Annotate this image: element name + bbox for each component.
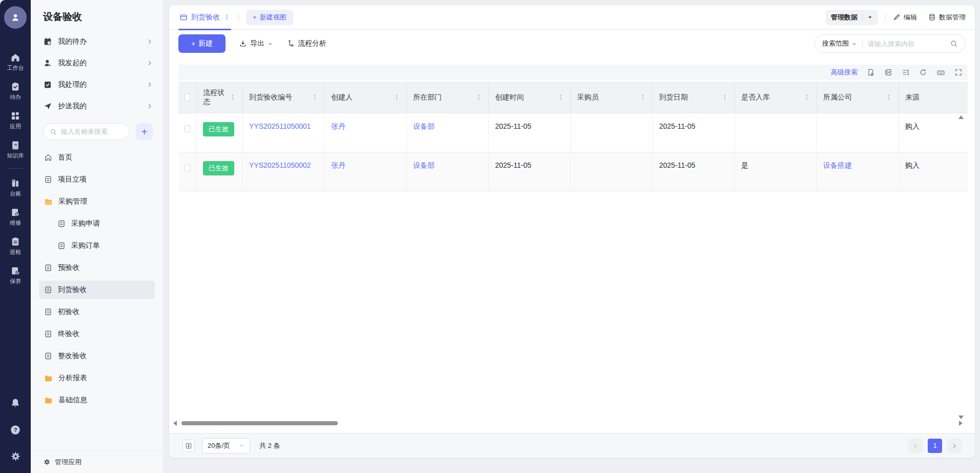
edit-button[interactable]: 编辑 bbox=[893, 13, 917, 22]
column-menu-icon[interactable] bbox=[393, 94, 400, 101]
plus-icon: + bbox=[253, 13, 257, 21]
quick-item-initiated-by-me[interactable]: 我发起的 bbox=[43, 52, 156, 74]
horizontal-scrollbar[interactable] bbox=[173, 420, 963, 427]
vertical-scrollbar[interactable] bbox=[958, 115, 964, 419]
form-doc-icon bbox=[44, 264, 52, 272]
column-menu-icon[interactable] bbox=[803, 94, 810, 101]
column-menu-icon[interactable] bbox=[311, 94, 318, 101]
sidebar-search-input[interactable] bbox=[61, 128, 123, 135]
sidebar-item-analysis-reports[interactable]: 分析报表 bbox=[39, 369, 155, 387]
form-doc-icon bbox=[44, 286, 52, 294]
data-manage-button[interactable]: 数据管理 bbox=[928, 13, 966, 22]
sidebar-item-basic-info[interactable]: 基础信息 bbox=[39, 391, 155, 409]
column-menu-icon[interactable] bbox=[885, 94, 892, 101]
sidebar-nav: 首页 项目立项 采购管理 采购申请 采购订单 预验收 bbox=[31, 140, 163, 409]
card-view-icon[interactable] bbox=[884, 68, 892, 76]
keyboard-icon[interactable] bbox=[936, 68, 945, 77]
sidebar-item-project-setup[interactable]: 项目立项 bbox=[39, 170, 155, 189]
view-actions: 管理数据 编辑 数据管理 bbox=[826, 10, 966, 25]
scroll-down-arrow[interactable] bbox=[958, 416, 964, 419]
cell-created_at: 2025-11-05 bbox=[489, 113, 571, 152]
cell-created_at: 2025-11-05 bbox=[489, 152, 571, 191]
cell-link-dept[interactable]: 设备部 bbox=[413, 122, 435, 130]
scroll-right-arrow[interactable] bbox=[959, 421, 963, 426]
calendar-check-icon bbox=[43, 37, 52, 46]
add-page-button[interactable]: + bbox=[136, 123, 153, 140]
cell-link-creator[interactable]: 张丹 bbox=[331, 122, 345, 130]
scroll-left-arrow[interactable] bbox=[173, 421, 177, 426]
notification-bell-icon[interactable] bbox=[10, 398, 21, 409]
sidebar-item-home[interactable]: 首页 bbox=[39, 148, 155, 167]
help-icon[interactable]: ? bbox=[10, 424, 21, 436]
quick-item-cc-to-me[interactable]: 抄送我的 bbox=[43, 95, 156, 117]
sidebar-search[interactable] bbox=[43, 123, 130, 140]
row-checkbox[interactable] bbox=[185, 164, 190, 172]
sidebar-item-procurement-mgmt[interactable]: 采购管理 bbox=[39, 192, 155, 211]
print-preview-icon[interactable] bbox=[867, 68, 875, 76]
column-menu-icon[interactable] bbox=[229, 94, 236, 101]
cell-link-creator[interactable]: 张丹 bbox=[331, 161, 345, 169]
rail-item-apps[interactable]: 应用 bbox=[0, 106, 31, 135]
new-view-button[interactable]: + 新建视图 bbox=[246, 10, 293, 25]
manage-data-button[interactable]: 管理数据 bbox=[826, 10, 878, 25]
cell-link-dept[interactable]: 设备部 bbox=[413, 161, 435, 169]
rail-item-inspection[interactable]: 巡检 bbox=[0, 231, 31, 261]
rail-item-knowledge[interactable]: AI 知识库 bbox=[0, 135, 31, 164]
rail-item-workbench[interactable]: 工作台 bbox=[0, 47, 31, 76]
folder-icon bbox=[44, 396, 53, 405]
sidebar-item-final-acceptance[interactable]: 终验收 bbox=[39, 325, 155, 343]
sidebar-item-purchase-request[interactable]: 采购申请 bbox=[39, 214, 155, 233]
page-1-button[interactable]: 1 bbox=[928, 439, 942, 453]
manage-app-button[interactable]: 管理应用 bbox=[31, 450, 163, 473]
rail-item-todo[interactable]: 待办 bbox=[0, 76, 31, 106]
column-menu-icon[interactable] bbox=[475, 94, 482, 101]
column-menu-icon[interactable] bbox=[721, 94, 728, 101]
cell-link-code[interactable]: YYS202511050002 bbox=[249, 161, 311, 169]
tab-menu-dots-icon[interactable] bbox=[223, 14, 230, 21]
fullscreen-icon[interactable] bbox=[954, 68, 963, 76]
chevron-down-icon bbox=[268, 41, 273, 47]
table-row: 已生效YYS202511050002张丹设备部2025-11-052025-11… bbox=[178, 152, 968, 191]
quick-item-my-todo[interactable]: 我的待办 bbox=[43, 31, 156, 52]
export-button[interactable]: 导出 bbox=[239, 39, 273, 48]
user-avatar[interactable] bbox=[4, 6, 27, 29]
row-checkbox[interactable] bbox=[185, 125, 190, 133]
row-height-icon[interactable] bbox=[902, 68, 910, 76]
sidebar-item-purchase-order[interactable]: 采购订单 bbox=[39, 236, 155, 255]
search-scope-button[interactable]: 搜索范围 bbox=[822, 39, 857, 48]
scroll-up-arrow[interactable] bbox=[958, 115, 964, 119]
table-search-input[interactable] bbox=[868, 40, 945, 48]
settings-gear-icon[interactable] bbox=[10, 451, 21, 462]
page-size-select[interactable]: 20条/页 bbox=[202, 438, 250, 454]
cell-link-company[interactable]: 设备搭建 bbox=[823, 161, 852, 169]
rail-item-repair[interactable]: 维修 bbox=[0, 202, 31, 231]
sidebar-item-initial-acceptance[interactable]: 初验收 bbox=[39, 303, 155, 321]
sidebar-item-arrival-acceptance[interactable]: 到货验收 bbox=[39, 281, 155, 299]
tab-arrival-acceptance[interactable]: 到货验收 bbox=[178, 5, 231, 30]
rail-item-maintenance[interactable]: 保养 bbox=[0, 261, 31, 290]
create-button[interactable]: + 新建 bbox=[178, 34, 226, 53]
flow-analysis-button[interactable]: 流程分析 bbox=[287, 39, 326, 48]
divider bbox=[238, 14, 239, 21]
column-header: 流程状态 bbox=[197, 82, 243, 113]
chevron-right-icon bbox=[147, 38, 153, 45]
advanced-search-link[interactable]: 高级搜索 bbox=[831, 68, 858, 77]
select-all-checkbox[interactable] bbox=[185, 93, 190, 101]
cell-link-code[interactable]: YYS202511050001 bbox=[249, 122, 311, 130]
scrollbar-thumb[interactable] bbox=[181, 421, 338, 425]
sidebar-item-pre-acceptance[interactable]: 预验收 bbox=[39, 259, 155, 277]
refresh-icon[interactable] bbox=[919, 68, 927, 76]
search-icon[interactable] bbox=[950, 40, 958, 48]
rail-item-ledger[interactable]: 台账 bbox=[0, 173, 31, 202]
cell-source: 购入 bbox=[899, 113, 968, 152]
column-menu-icon[interactable] bbox=[557, 94, 564, 101]
prev-page-button[interactable] bbox=[908, 439, 923, 453]
line-height-setting-icon[interactable] bbox=[182, 440, 195, 452]
paper-plane-icon bbox=[43, 102, 52, 111]
chevron-right-icon bbox=[147, 103, 153, 109]
quick-item-processed-by-me[interactable]: 我处理的 bbox=[43, 74, 156, 95]
column-menu-icon[interactable] bbox=[639, 94, 646, 101]
sidebar-item-rectify-acceptance[interactable]: 整改验收 bbox=[39, 347, 155, 365]
column-header: 创建时间 bbox=[489, 82, 571, 113]
next-page-button[interactable] bbox=[947, 439, 962, 453]
